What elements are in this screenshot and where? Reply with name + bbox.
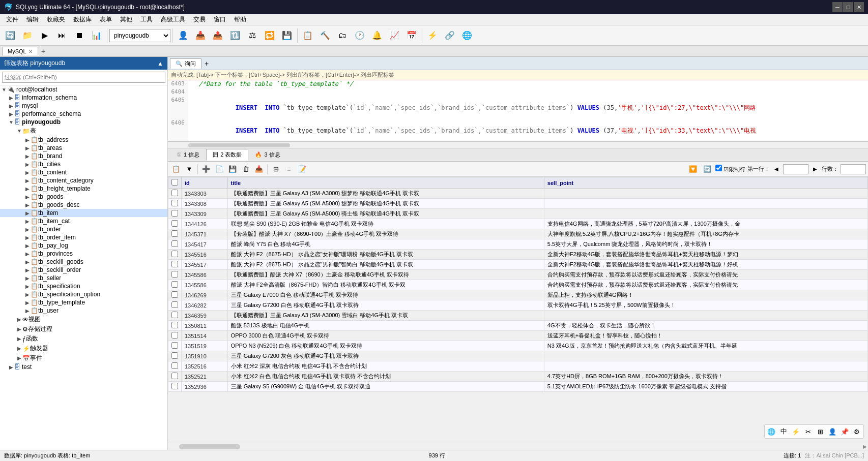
- menu-tools[interactable]: 工具: [136, 14, 157, 25]
- result-tab-info3[interactable]: 🔥 3 信息: [248, 149, 286, 161]
- row-count-input[interactable]: 1000: [841, 164, 866, 174]
- query-tab-1[interactable]: 🔍 询问: [170, 58, 201, 69]
- sidebar-filter-input[interactable]: [2, 72, 165, 83]
- table-row[interactable]: 1352521 小米 红米2 白色 电信合约板 电信4G手机 双卡双待 不含合约…: [168, 372, 868, 382]
- tree-item-tb-goods-desc[interactable]: ▶ 📋 tb_goods_desc: [0, 201, 167, 209]
- row-checkbox[interactable]: [171, 230, 178, 237]
- expand-triggers-icon[interactable]: ▶: [16, 346, 22, 352]
- expand-tb-spec-option-icon[interactable]: ▶: [24, 291, 31, 297]
- col-header-sell-point[interactable]: sell_point: [544, 177, 867, 189]
- table-row[interactable]: 1346269 三星 Galaxy E7000 白色 移动联通4G手机 双卡双待…: [168, 290, 868, 300]
- ft-user-button[interactable]: 👤: [827, 426, 838, 437]
- row-checkbox[interactable]: [171, 332, 178, 339]
- http-tunnel-button[interactable]: 🌐: [459, 27, 475, 44]
- menu-edit[interactable]: 编辑: [22, 14, 43, 25]
- tt-next-page-button[interactable]: ▶: [811, 165, 820, 174]
- mysql-tab-close[interactable]: ✕: [28, 49, 33, 54]
- mysql-tab[interactable]: MySQL ✕: [2, 47, 38, 55]
- expand-tb-brand-icon[interactable]: ▶: [24, 153, 31, 159]
- tree-item-tb-user[interactable]: ▶ 📋 tb_user: [0, 306, 167, 315]
- tt-form-view-button[interactable]: ≡: [283, 163, 295, 175]
- execute-all-button[interactable]: ⏭: [54, 27, 70, 44]
- tt-import-button[interactable]: 📥: [253, 163, 265, 175]
- close-button[interactable]: ✕: [854, 2, 864, 12]
- table-designer-button[interactable]: 📋: [300, 27, 316, 44]
- expand-test-icon[interactable]: ▶: [8, 364, 14, 370]
- expand-tb-item-cat-icon[interactable]: ▶: [24, 218, 31, 224]
- tree-item-root[interactable]: ▼ 🔌 root@localhost: [0, 85, 167, 94]
- tree-item-tb-content-cat[interactable]: ▶ 📋 tb_content_category: [0, 176, 167, 185]
- row-checkbox[interactable]: [171, 301, 178, 308]
- tt-clone-button[interactable]: 📄: [213, 163, 225, 175]
- expand-mysql-icon[interactable]: ▶: [8, 103, 14, 109]
- tree-item-test[interactable]: ▶ 🗄 test: [0, 363, 167, 371]
- tt-grid-view-button[interactable]: ⊞: [270, 163, 282, 175]
- ft-globe-button[interactable]: 🌐: [766, 426, 777, 437]
- expand-events-icon[interactable]: ▶: [16, 355, 22, 361]
- tree-item-tb-seckill-order[interactable]: ▶ 📋 tb_seckill_order: [0, 266, 167, 274]
- editor-scrollbar[interactable]: [168, 141, 868, 148]
- dashboard-button[interactable]: 📈: [386, 27, 402, 44]
- table-row[interactable]: 1345516 酷派 大神 F2（8675-HD） 水晶之恋"女神版"珊瑚粉 移…: [168, 250, 868, 260]
- tree-item-functions-folder[interactable]: ▶ ƒ 函数: [0, 334, 167, 344]
- row-checkbox[interactable]: [171, 190, 178, 196]
- minimize-button[interactable]: ─: [832, 2, 843, 12]
- expand-views-icon[interactable]: ▶: [16, 317, 22, 323]
- menu-database[interactable]: 数据库: [69, 14, 96, 25]
- ft-pin-button[interactable]: 📌: [839, 426, 850, 437]
- col-header-title[interactable]: title: [227, 177, 544, 189]
- tree-item-procedures-folder[interactable]: ▶ ⚙ 存储过程: [0, 324, 167, 334]
- tt-copy-button[interactable]: 📋: [170, 163, 182, 175]
- menu-favorites[interactable]: 收藏夹: [43, 14, 69, 25]
- tree-item-tb-areas[interactable]: ▶ 📋 tb_areas: [0, 144, 167, 152]
- tree-item-events-folder[interactable]: ▶ 📅 事件: [0, 353, 167, 363]
- expand-functions-icon[interactable]: ▶: [16, 336, 22, 342]
- expand-tb-seckill-order-icon[interactable]: ▶: [24, 267, 31, 273]
- expand-pinyougoudb-icon[interactable]: ▼: [8, 119, 14, 125]
- tree-item-tb-order[interactable]: ▶ 📋 tb_order: [0, 225, 167, 233]
- expand-tb-pay-log-icon[interactable]: ▶: [24, 242, 31, 249]
- select-all-checkbox[interactable]: [171, 179, 178, 186]
- tree-item-tb-content[interactable]: ▶ 📋 tb_content: [0, 168, 167, 176]
- tree-item-tb-seckill-goods[interactable]: ▶ 📋 tb_seckill_goods: [0, 258, 167, 266]
- table-row[interactable]: 1344126 联想 笔尖 S90 (S90-E) 2GB 铂雅金 电信4G手机…: [168, 219, 868, 229]
- menu-help[interactable]: 帮助: [230, 14, 250, 25]
- tree-item-views-folder[interactable]: ▶ 👁 视图: [0, 315, 167, 324]
- expand-tables-icon[interactable]: ▼: [16, 128, 22, 134]
- execute-button[interactable]: ▶: [37, 27, 53, 44]
- expand-tb-freight-icon[interactable]: ▶: [24, 186, 31, 192]
- ft-lightning-button[interactable]: ⚡: [790, 426, 801, 437]
- row-checkbox[interactable]: [171, 362, 178, 369]
- tree-item-tb-brand[interactable]: ▶ 📋 tb_brand: [0, 152, 167, 160]
- tree-item-triggers-folder[interactable]: ▶ ⚡ 触发器: [0, 344, 167, 353]
- expand-tb-goods-icon[interactable]: ▶: [24, 194, 31, 200]
- menu-window[interactable]: 窗口: [210, 14, 230, 25]
- tree-item-tb-cities[interactable]: ▶ 📋 tb_cities: [0, 160, 167, 168]
- tree-item-tb-spec-option[interactable]: ▶ 📋 tb_specification_option: [0, 290, 167, 298]
- sidebar-collapse-icon[interactable]: ▲: [157, 60, 163, 67]
- sshtunnel-button[interactable]: 🔗: [442, 27, 458, 44]
- row-checkbox[interactable]: [171, 322, 178, 328]
- row-checkbox[interactable]: [171, 291, 178, 298]
- table-row[interactable]: 1351519 OPPO N3 (N5209) 白色 移动联通双4G手机 双卡双…: [168, 341, 868, 351]
- tree-item-tb-address[interactable]: ▶ 📋 tb_address: [0, 136, 167, 144]
- export-button[interactable]: 📤: [210, 27, 226, 44]
- expand-tb-spec-icon[interactable]: ▶: [24, 283, 31, 289]
- data-table-wrapper[interactable]: id title sell_point 1343303 【联通赠费版】三星 Ga…: [168, 177, 868, 443]
- tree-item-tb-order-item[interactable]: ▶ 📋 tb_order_item: [0, 233, 167, 241]
- result-tab-info1[interactable]: ① 1 信息: [170, 149, 206, 161]
- expand-procedures-icon[interactable]: ▶: [16, 326, 22, 332]
- database-selector[interactable]: pinyougoudb: [109, 29, 170, 42]
- table-row[interactable]: 1345586 酷派 大神 F2全高清版（8675-FHD）智尚白 移动联通双4…: [168, 280, 868, 290]
- expand-tb-seller-icon[interactable]: ▶: [24, 275, 31, 281]
- tree-item-tb-item-cat[interactable]: ▶ 📋 tb_item_cat: [0, 217, 167, 225]
- menu-file[interactable]: 文件: [2, 14, 22, 25]
- power-button[interactable]: ⚡: [424, 27, 441, 44]
- tt-refresh-button[interactable]: 🔄: [701, 163, 713, 175]
- row-checkbox[interactable]: [171, 271, 178, 278]
- expand-tb-type-tmpl-icon[interactable]: ▶: [24, 299, 31, 305]
- tt-filter-button[interactable]: 🔽: [687, 163, 699, 175]
- refresh-tool-button[interactable]: 🔄: [2, 27, 18, 44]
- sync-button[interactable]: 🔃: [227, 27, 243, 44]
- row-checkbox[interactable]: [171, 383, 178, 389]
